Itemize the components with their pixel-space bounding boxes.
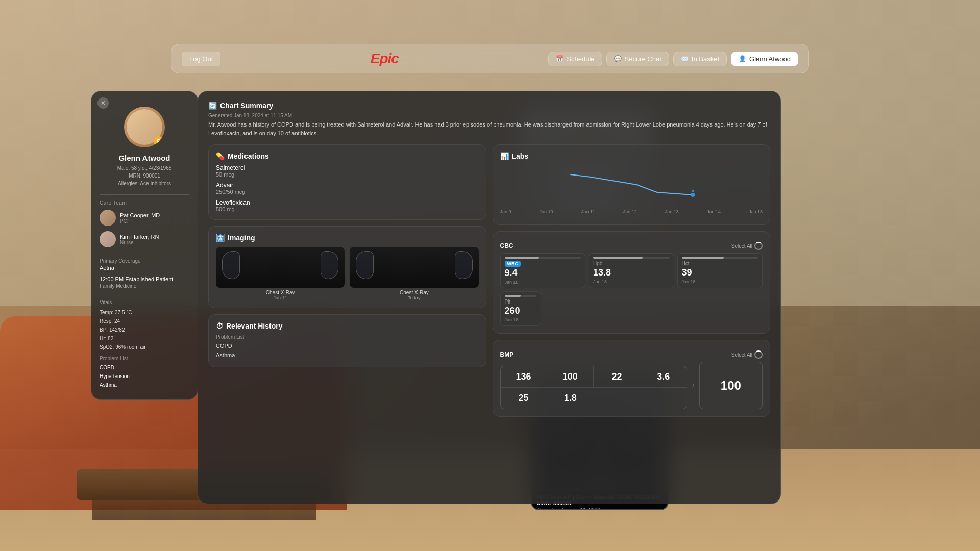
divider-3: [100, 294, 189, 294]
xray-jan11-label: Chest X-Ray: [216, 290, 345, 295]
pcp-role: PCP: [120, 218, 160, 224]
imaging-title: 🩻 Imaging: [216, 234, 479, 242]
tab-in-basket-label: In Basket: [692, 55, 719, 63]
medications-title: 💊 Medications: [216, 152, 479, 160]
summary-text: Mr. Atwood has a history of COPD and is …: [208, 120, 770, 137]
cbc-header: CBC Select All: [500, 242, 763, 250]
rh-asthma: Asthma: [216, 351, 479, 360]
lab-cell-hgb: Hgb 13.8 Jan 18: [589, 253, 674, 288]
patient-sidebar: ✕ R Glenn Atwood Male, 58 y.o., 4/23/196…: [91, 91, 198, 400]
schedule-icon: 📅: [556, 55, 564, 62]
relevant-history-label: Relevant History: [226, 322, 282, 330]
med-salmeterol-dose: 50 mcg: [216, 171, 479, 178]
basket-icon: ✉️: [681, 55, 689, 62]
hct-bar: [682, 257, 758, 259]
wbc-value: 9.4: [505, 268, 581, 279]
med-advair-name: Advair: [216, 182, 479, 189]
xray-thumb-lung-left: [222, 251, 240, 279]
coverage-label: Primary Coverage: [100, 258, 189, 264]
plt-bar: [505, 295, 536, 297]
sidebar-close-button[interactable]: ✕: [97, 97, 109, 109]
bmp-grid: 136 100 22 3.6 25 1.8: [500, 366, 688, 409]
vital-resp: Resp: 24: [100, 317, 189, 325]
problems-list: COPD Hypertension Asthma: [100, 363, 189, 389]
tab-in-basket[interactable]: ✉️ In Basket: [673, 52, 727, 66]
wbc-bar-fill: [505, 257, 539, 259]
right-column: 📊 Labs IP Jan 9 Jan 10 Jan 11 Jan 12 Jan…: [493, 144, 771, 417]
med-advair: Advair 250/50 mcg: [216, 182, 479, 195]
date-jan11: Jan 11: [581, 209, 595, 214]
labs-icon: 📊: [500, 152, 509, 160]
medications-card: 💊 Medications Salmeterol 50 mcg Advair 2…: [208, 144, 486, 220]
user-icon: 👤: [739, 55, 746, 62]
appointment-text: 12:00 PM Established Patient: [100, 276, 189, 282]
cbc-select-all[interactable]: Select All: [731, 242, 763, 250]
vitals-list: Temp: 37.5 °C Resp: 24 BP: 142/82 Hr: 82…: [100, 308, 189, 352]
tab-secure-chat[interactable]: 💬 Secure Chat: [606, 52, 669, 66]
nurse-role: Nurse: [120, 240, 159, 245]
med-salmeterol-name: Salmeterol: [216, 164, 479, 171]
date-jan10: Jan 10: [540, 209, 553, 214]
appointment-type: Family Medicine: [100, 283, 189, 289]
lab-cell-hct: Hct 39 Jan 18: [677, 253, 763, 288]
hct-date: Jan 18: [682, 279, 758, 284]
labs-title: 📊 Labs: [500, 152, 763, 160]
cbc-refresh-icon[interactable]: [754, 242, 763, 250]
cbc-select-label: Select All: [731, 243, 752, 249]
med-levofloxican-name: Levofloxican: [216, 199, 479, 206]
wbc-date: Jan 18: [505, 280, 581, 285]
plt-bar-fill: [505, 295, 521, 297]
bmp-bun: 22: [594, 366, 640, 388]
labs-svg: IP: [500, 164, 763, 205]
chart-summary-title: 🔄 Chart Summary: [208, 102, 770, 110]
patient-badge: R: [154, 136, 164, 146]
xray-jan11[interactable]: Chest X-Ray Jan 11: [216, 247, 345, 300]
medications-label: Medications: [228, 152, 269, 160]
logout-button[interactable]: Log Out: [182, 52, 220, 66]
chart-panel: 🔄 Chart Summary Generated Jan 18, 2024 a…: [198, 91, 781, 504]
problem-copd: COPD: [100, 363, 189, 372]
tab-patient[interactable]: 👤 Glenn Atwood: [731, 52, 798, 66]
med-advair-dose: 250/50 mcg: [216, 189, 479, 195]
date-jan9: Jan 9: [500, 209, 511, 214]
epic-logo: Epic: [371, 51, 399, 67]
hct-name: Hct: [682, 261, 758, 266]
date-jan14: Jan 14: [707, 209, 721, 214]
patient-demographics: Male, 58 y.o., 4/23/1965MRN: 900001Aller…: [100, 164, 189, 187]
hgb-date: Jan 18: [593, 279, 670, 284]
care-avatar-pcp: [100, 210, 116, 226]
rh-copd: COPD: [216, 342, 479, 351]
chart-summary-icon: 🔄: [208, 102, 217, 110]
left-column: 💊 Medications Salmeterol 50 mcg Advair 2…: [208, 144, 486, 417]
bmp-refresh-icon[interactable]: [754, 350, 763, 359]
xray-today[interactable]: Chest X-Ray Today: [350, 247, 478, 300]
bmp-na: 136: [501, 366, 547, 388]
tab-secure-chat-label: Secure Chat: [625, 55, 662, 63]
xray-thumb-lung-right-2: [455, 251, 473, 279]
hgb-bar-fill: [593, 257, 643, 259]
date-jan18: Jan 18: [749, 209, 763, 214]
hgb-name: Hgb: [593, 261, 670, 266]
care-member-nurse: Kim Harker, RN Nurse: [100, 231, 189, 247]
cbc-grid: WBC 9.4 Jan 18 Hgb 13.8 Jan 18: [500, 253, 763, 288]
xray-date: Thursday, January 11, 2024: [537, 507, 663, 510]
nurse-name: Kim Harker, RN: [120, 234, 159, 240]
bmp-glucose: 100: [721, 379, 741, 393]
rh-problem-label: Problem List: [216, 334, 479, 340]
vital-bp: BP: 142/82: [100, 325, 189, 334]
nav-tabs: 📅 Schedule 💬 Secure Chat ✉️ In Basket 👤 …: [548, 52, 798, 66]
bmp-slash-divider: /: [692, 382, 694, 389]
divider-1: [100, 194, 189, 195]
summary-generated: Generated Jan 18, 2024 at 11:15 AM: [208, 113, 770, 118]
vitals-label: Vitals: [100, 299, 189, 305]
bmp-select-all[interactable]: Select All: [731, 350, 763, 359]
xray-jan11-image: [216, 247, 345, 288]
plt-value: 260: [505, 306, 536, 316]
bmp-co2: 25: [501, 388, 547, 409]
medications-icon: 💊: [216, 152, 225, 160]
problem-hypertension: Hypertension: [100, 372, 189, 381]
patient-name: Glenn Atwood: [100, 154, 189, 162]
cbc-card: CBC Select All WBC 9.4: [493, 231, 771, 334]
tab-schedule[interactable]: 📅 Schedule: [548, 52, 602, 66]
labs-chart: IP: [500, 164, 763, 205]
